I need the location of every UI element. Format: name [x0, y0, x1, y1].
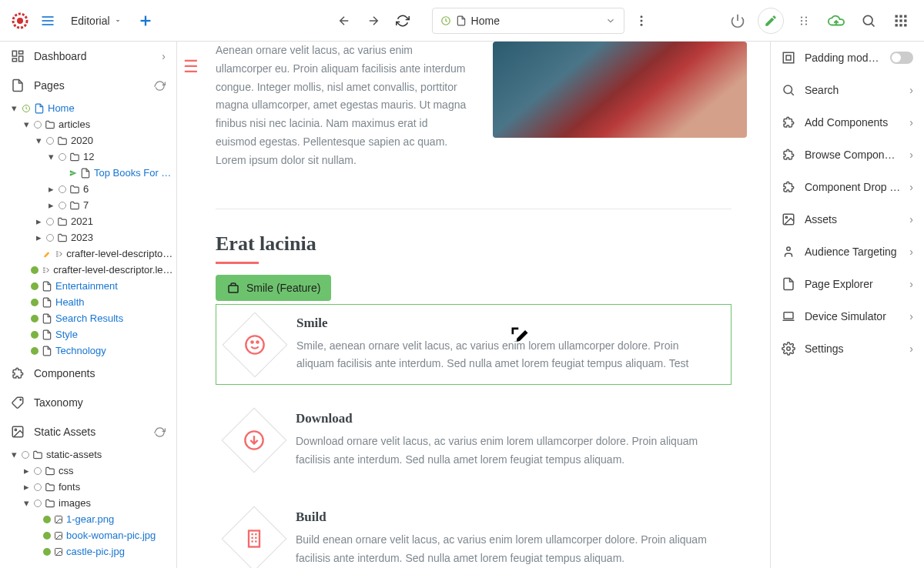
- status-dot: [34, 121, 42, 129]
- nav-back-icon[interactable]: [332, 8, 357, 33]
- image-icon: [54, 515, 63, 524]
- page-icon: [456, 15, 467, 26]
- search-icon[interactable]: [856, 8, 881, 33]
- preview-menu-icon[interactable]: ☰: [183, 57, 199, 77]
- tree-book-woman[interactable]: book-woman-pic.jpg: [5, 527, 176, 543]
- collapse-icon[interactable]: ▾: [46, 151, 55, 162]
- expand-icon[interactable]: ▸: [46, 199, 55, 211]
- tree-technology[interactable]: Technology: [5, 342, 176, 359]
- panel-audience[interactable]: Audience Targeting ›: [771, 236, 924, 268]
- feature-build[interactable]: Build Build enean ornare velit lacus, ac…: [216, 499, 732, 568]
- collapse-icon[interactable]: ▾: [9, 102, 18, 114]
- preview-pane: ☰ Aenean ornare velit lacus, ac varius e…: [177, 42, 770, 568]
- expand-icon[interactable]: ▸: [34, 232, 43, 243]
- chevron-down-icon[interactable]: [605, 15, 616, 26]
- nav-components[interactable]: Components: [0, 359, 176, 388]
- tree-2023[interactable]: ▸ 2023: [5, 229, 176, 246]
- tree-css[interactable]: ▸ css: [5, 463, 176, 479]
- more-options-icon[interactable]: [629, 8, 654, 33]
- nav-static-assets-label: Static Assets: [34, 426, 95, 438]
- cloud-upload-icon[interactable]: [824, 8, 849, 33]
- nav-pages[interactable]: Pages: [0, 71, 176, 100]
- padding-icon: [782, 51, 795, 65]
- chevron-right-icon: ›: [162, 50, 166, 62]
- feature-smile-selected[interactable]: Smile Smile, aenean ornare velit lacus, …: [216, 304, 732, 386]
- apps-grid-icon[interactable]: [889, 8, 913, 33]
- component-drop-tag[interactable]: Smile (Feature): [216, 275, 331, 301]
- page-icon: [34, 103, 45, 114]
- collapse-icon[interactable]: ▾: [34, 135, 43, 146]
- nav-dashboard[interactable]: Dashboard ›: [0, 42, 176, 71]
- feature-download[interactable]: Download Download ornare velit lacus, ac…: [216, 400, 732, 480]
- tree-images[interactable]: ▾ images: [5, 495, 176, 511]
- app-logo[interactable]: [11, 12, 29, 30]
- drag-handle-icon[interactable]: [792, 8, 816, 33]
- panel-drop-targets[interactable]: Component Drop Ta... ›: [771, 171, 924, 203]
- panel-assets[interactable]: Assets ›: [771, 203, 924, 236]
- clock-icon: [440, 15, 451, 26]
- toggle-switch[interactable]: [890, 52, 913, 64]
- svg-rect-29: [19, 56, 23, 62]
- project-selector[interactable]: Editorial: [66, 12, 127, 30]
- expand-icon[interactable]: ▸: [22, 481, 31, 493]
- folder-icon: [57, 232, 68, 243]
- heading-underline: [216, 262, 259, 264]
- tree-12[interactable]: ▾ 12: [5, 149, 176, 165]
- folder-icon: [45, 466, 55, 476]
- nav-reload-icon[interactable]: [390, 8, 415, 33]
- tree-castle[interactable]: castle-pic.jpg: [5, 543, 176, 560]
- chevron-right-icon: ›: [909, 213, 913, 226]
- refresh-icon[interactable]: [154, 426, 166, 438]
- nav-dashboard-label: Dashboard: [34, 50, 87, 62]
- status-dot: [46, 218, 54, 226]
- status-dot: [34, 467, 42, 475]
- tree-static-assets[interactable]: ▾ static-assets: [5, 446, 176, 463]
- tree-search-results[interactable]: Search Results: [5, 310, 176, 326]
- collapse-icon[interactable]: ▾: [22, 497, 31, 509]
- svg-rect-21: [896, 19, 898, 22]
- panel-padding-mode[interactable]: Padding mode (p): [771, 42, 924, 74]
- tree-2020[interactable]: ▾ 2020: [5, 132, 176, 149]
- nav-static-assets[interactable]: Static Assets: [0, 417, 176, 446]
- image-icon: [11, 425, 25, 439]
- tree-7[interactable]: ▸ 7: [5, 197, 176, 213]
- status-dot: [43, 516, 51, 523]
- url-bar[interactable]: Home: [432, 8, 624, 34]
- panel-browse-components[interactable]: Browse Components ›: [771, 139, 924, 171]
- tree-articles[interactable]: ▾ articles: [5, 116, 176, 132]
- panel-add-components[interactable]: Add Components ›: [771, 106, 924, 139]
- tree-home[interactable]: ▾ Home: [5, 100, 176, 116]
- svg-point-12: [801, 19, 802, 21]
- nav-forward-icon[interactable]: [361, 8, 386, 33]
- panel-search[interactable]: Search ›: [771, 74, 924, 106]
- tree-2021[interactable]: ▸ 2021: [5, 213, 176, 229]
- tree-crafter1[interactable]: crafter-level-descriptor.le..: [5, 246, 176, 262]
- expand-icon[interactable]: ▸: [46, 183, 55, 195]
- nav-taxonomy[interactable]: Taxonomy: [0, 388, 176, 417]
- tree-crafter2[interactable]: crafter-level-descriptor.level..: [5, 262, 176, 278]
- tree-health[interactable]: Health: [5, 294, 176, 310]
- collapse-icon[interactable]: ▾: [22, 119, 31, 130]
- power-icon[interactable]: [725, 8, 750, 33]
- chevron-right-icon: ›: [909, 84, 913, 96]
- panel-device-simulator[interactable]: Device Simulator ›: [771, 300, 924, 332]
- tree-entertainment[interactable]: Entertainment: [5, 278, 176, 294]
- svg-point-40: [251, 341, 253, 342]
- add-button[interactable]: [133, 8, 158, 33]
- panel-page-explorer[interactable]: Page Explorer ›: [771, 268, 924, 300]
- edit-mode-button[interactable]: [758, 8, 784, 34]
- svg-rect-26: [904, 24, 906, 26]
- svg-point-15: [805, 19, 807, 21]
- building-icon: [243, 528, 265, 550]
- tree-top-books[interactable]: Top Books For Youn..: [5, 165, 176, 181]
- expand-icon[interactable]: ▸: [34, 216, 43, 227]
- panel-settings[interactable]: Settings ›: [771, 332, 924, 365]
- tree-fonts[interactable]: ▸ fonts: [5, 479, 176, 495]
- tree-style[interactable]: Style: [5, 326, 176, 342]
- main-menu-icon[interactable]: [35, 8, 60, 33]
- expand-icon[interactable]: ▸: [22, 465, 31, 476]
- tree-6[interactable]: ▸ 6: [5, 181, 176, 197]
- tree-gear-png[interactable]: 1-gear.png: [5, 511, 176, 527]
- refresh-icon[interactable]: [154, 80, 166, 92]
- collapse-icon[interactable]: ▾: [9, 449, 18, 460]
